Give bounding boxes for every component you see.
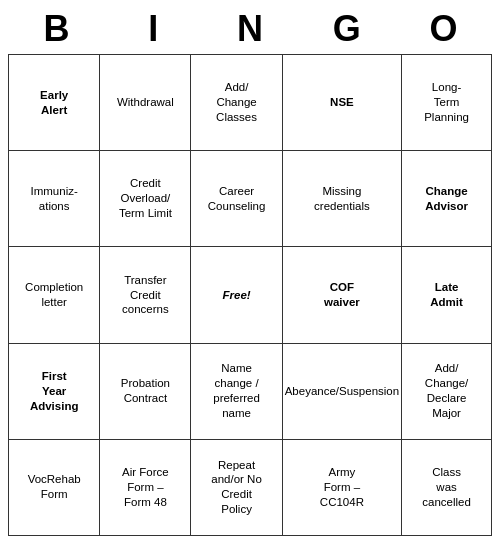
title-o: O — [395, 8, 492, 50]
cell-r2-c1: TransferCreditconcerns — [100, 247, 191, 343]
cell-r2-c2: Free! — [191, 247, 282, 343]
cell-r0-c0: EarlyAlert — [9, 55, 100, 151]
cell-r3-c3: Abeyance/Suspension — [282, 343, 401, 439]
bingo-grid: EarlyAlertWithdrawalAdd/ChangeClassesNSE… — [8, 54, 492, 536]
cell-r1-c1: CreditOverload/Term Limit — [100, 151, 191, 247]
cell-r2-c3: COFwaiver — [282, 247, 401, 343]
cell-r3-c1: ProbationContract — [100, 343, 191, 439]
title-g: G — [298, 8, 395, 50]
cell-r4-c3: ArmyForm –CC104R — [282, 439, 401, 535]
cell-r3-c4: Add/Change/DeclareMajor — [402, 343, 492, 439]
cell-r4-c1: Air ForceForm –Form 48 — [100, 439, 191, 535]
cell-r4-c4: Classwascancelled — [402, 439, 492, 535]
cell-r0-c4: Long-TermPlanning — [402, 55, 492, 151]
title-i: I — [105, 8, 202, 50]
cell-r0-c2: Add/ChangeClasses — [191, 55, 282, 151]
cell-r4-c0: VocRehabForm — [9, 439, 100, 535]
title-b: B — [8, 8, 105, 50]
cell-r3-c2: Namechange /preferredname — [191, 343, 282, 439]
cell-r2-c4: LateAdmit — [402, 247, 492, 343]
cell-r1-c3: Missingcredentials — [282, 151, 401, 247]
cell-r2-c0: Completionletter — [9, 247, 100, 343]
cell-r0-c3: NSE — [282, 55, 401, 151]
title-n: N — [202, 8, 299, 50]
cell-r4-c2: Repeatand/or NoCreditPolicy — [191, 439, 282, 535]
cell-r1-c4: ChangeAdvisor — [402, 151, 492, 247]
cell-r3-c0: FirstYearAdvising — [9, 343, 100, 439]
cell-r0-c1: Withdrawal — [100, 55, 191, 151]
cell-r1-c2: CareerCounseling — [191, 151, 282, 247]
cell-r1-c0: Immuniz-ations — [9, 151, 100, 247]
bingo-title: B I N G O — [8, 8, 492, 50]
